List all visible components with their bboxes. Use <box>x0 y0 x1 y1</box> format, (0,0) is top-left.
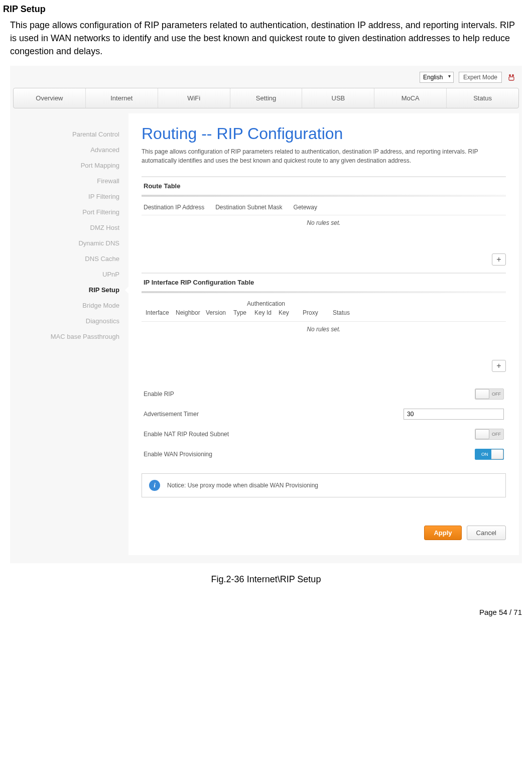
cancel-button[interactable]: Cancel <box>467 526 506 540</box>
language-select[interactable]: English <box>420 72 454 83</box>
col-keyid: Key Id <box>252 308 277 317</box>
col-gateway: Geteway <box>294 204 317 211</box>
sidebar-item-firewall[interactable]: Firewall <box>13 173 128 189</box>
tab-moca[interactable]: MoCA <box>374 88 447 108</box>
adv-timer-input[interactable] <box>404 409 504 420</box>
expert-mode-button[interactable]: Expert Mode <box>459 72 502 83</box>
sidebar-item-rip-setup[interactable]: RIP Setup <box>13 282 128 298</box>
page-footer: Page 54 / 71 <box>0 588 532 621</box>
tab-usb[interactable]: USB <box>302 88 374 108</box>
notice-text: Notice: Use proxy mode when disable WAN … <box>167 482 318 489</box>
svg-point-0 <box>509 74 511 76</box>
col-dest-ip: Destination IP Address <box>144 204 204 211</box>
top-bar: English Expert Mode <box>13 69 519 88</box>
svg-point-1 <box>512 74 514 76</box>
language-select-wrap: English <box>420 72 454 83</box>
route-table-header: Destination IP Address Destination Subne… <box>142 202 506 215</box>
notice-box: i Notice: Use proxy mode when disable WA… <box>142 473 506 497</box>
col-proxy: Proxy <box>301 308 331 317</box>
divider <box>142 195 506 197</box>
col-type: Type <box>231 308 252 317</box>
sidebar: Parental Control Advanced Port Mapping F… <box>13 108 128 560</box>
tab-status[interactable]: Status <box>447 88 518 108</box>
page-title: Routing -- RIP Configuration <box>142 124 506 143</box>
sidebar-item-ip-filtering[interactable]: IP Filtering <box>13 189 128 204</box>
col-auth-group: Authentication <box>231 300 301 308</box>
sidebar-item-dynamic-dns[interactable]: Dynamic DNS <box>13 235 128 251</box>
tab-wifi[interactable]: WiFi <box>158 88 230 108</box>
toggle-text: OFF <box>492 432 501 437</box>
col-neighbor: Neighbor <box>174 308 204 317</box>
enable-rip-toggle[interactable]: OFF <box>475 389 504 400</box>
sidebar-item-dmz-host[interactable]: DMZ Host <box>13 220 128 235</box>
action-buttons: Apply Cancel <box>142 526 506 540</box>
figure-caption: Fig.2-36 Internet\RIP Setup <box>0 567 532 588</box>
sidebar-item-parental-control[interactable]: Parental Control <box>13 126 128 142</box>
enable-nat-toggle[interactable]: OFF <box>475 429 504 440</box>
col-interface: Interface <box>144 308 174 317</box>
route-table-empty: No rules set. <box>142 215 506 235</box>
toggle-knob <box>475 429 489 439</box>
col-key: Key <box>277 308 301 317</box>
settings-block: Enable RIP OFF Advertisement Timer Enabl… <box>142 384 506 464</box>
tab-overview[interactable]: Overview <box>14 88 86 108</box>
rip-table-empty: No rules set. <box>142 322 506 342</box>
enable-wan-label: Enable WAN Provisioning <box>144 451 212 458</box>
col-status: Status <box>331 308 361 317</box>
toggle-knob <box>475 389 489 399</box>
rip-table-header: Authentication Interface Neighbor Versio… <box>142 298 506 322</box>
content-panel: Routing -- RIP Configuration This page a… <box>128 113 519 555</box>
tab-setting[interactable]: Setting <box>230 88 303 108</box>
enable-nat-label: Enable NAT RIP Routed Subnet <box>144 431 229 438</box>
screenshot-container: English Expert Mode Overview Internet Wi… <box>10 66 522 563</box>
add-rip-button[interactable]: + <box>492 360 506 372</box>
toggle-text: OFF <box>492 392 501 397</box>
sidebar-item-mac-passthrough[interactable]: MAC base Passthrough <box>13 329 128 344</box>
main-body: Parental Control Advanced Port Mapping F… <box>13 108 519 560</box>
enable-wan-toggle[interactable]: ON <box>475 449 504 460</box>
toggle-knob <box>489 449 503 459</box>
sidebar-item-port-mapping[interactable]: Port Mapping <box>13 158 128 173</box>
robot-icon[interactable] <box>507 73 516 82</box>
adv-timer-label: Advertisement Timer <box>144 411 199 418</box>
sidebar-item-diagnostics[interactable]: Diagnostics <box>13 313 128 329</box>
tab-bar: Overview Internet WiFi Setting USB MoCA … <box>13 88 519 108</box>
sidebar-item-upnp[interactable]: UPnP <box>13 267 128 282</box>
sidebar-item-bridge-mode[interactable]: Bridge Mode <box>13 298 128 313</box>
tab-internet[interactable]: Internet <box>86 88 158 108</box>
sidebar-item-port-filtering[interactable]: Port Filtering <box>13 204 128 220</box>
info-icon: i <box>149 480 160 491</box>
doc-heading: RIP Setup <box>0 0 532 17</box>
col-version: Version <box>204 308 231 317</box>
doc-intro: This page allows configuration of RIP pa… <box>0 17 532 62</box>
svg-rect-2 <box>509 77 514 80</box>
enable-rip-label: Enable RIP <box>144 391 174 398</box>
route-table-title: Route Table <box>142 176 506 195</box>
add-route-button[interactable]: + <box>492 253 506 266</box>
toggle-text: ON <box>478 449 491 459</box>
page-description: This page allows configuration of RIP pa… <box>142 147 506 165</box>
sidebar-item-dns-cache[interactable]: DNS Cache <box>13 251 128 267</box>
apply-button[interactable]: Apply <box>424 526 461 540</box>
sidebar-item-advanced[interactable]: Advanced <box>13 142 128 158</box>
rip-table-title: IP Interface RIP Configuration Table <box>142 273 506 291</box>
divider <box>142 291 506 293</box>
col-dest-mask: Destination Subnet Mask <box>215 204 282 211</box>
